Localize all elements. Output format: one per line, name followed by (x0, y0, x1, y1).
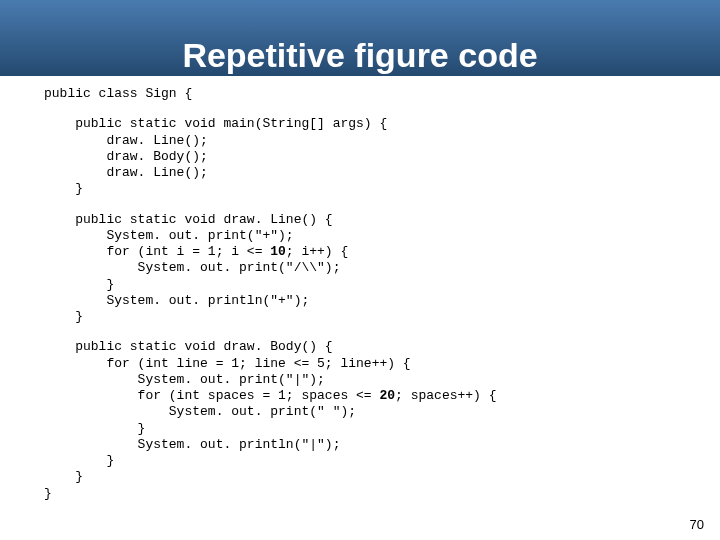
drawbody-signature: public static void draw. Body() { (44, 339, 720, 355)
class-declaration: public class Sign { (44, 86, 720, 102)
drawbody-body: for (int line = 1; line <= 5; line++) { … (44, 356, 720, 502)
literal-ten: 10 (270, 244, 286, 259)
slide-header: Repetitive figure code (0, 0, 720, 76)
slide: Repetitive figure code public class Sign… (0, 0, 720, 540)
main-method: public static void main(String[] args) {… (44, 116, 720, 197)
code-block: public class Sign { public static void m… (0, 76, 720, 502)
drawline-method: public static void draw. Line() { System… (44, 212, 720, 326)
drawbody-method: public static void draw. Body() { for (i… (44, 339, 720, 502)
slide-title: Repetitive figure code (182, 38, 537, 74)
literal-twenty: 20 (379, 388, 395, 403)
page-number: 70 (690, 517, 704, 532)
drawline-body: System. out. print("+"); for (int i = 1;… (44, 228, 720, 326)
drawline-signature: public static void draw. Line() { (44, 212, 720, 228)
